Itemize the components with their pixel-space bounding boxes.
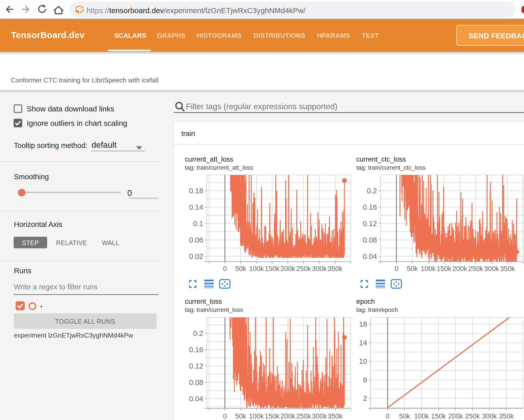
svg-text:0.12: 0.12 xyxy=(363,220,377,228)
svg-text:0.06: 0.06 xyxy=(189,236,203,244)
svg-text:50k: 50k xyxy=(235,412,246,420)
svg-text:250k: 250k xyxy=(465,412,480,420)
svg-text:200k: 200k xyxy=(448,412,463,420)
svg-text:300k: 300k xyxy=(482,412,497,420)
svg-text:18: 18 xyxy=(359,320,367,328)
svg-text:0: 0 xyxy=(223,265,227,273)
svg-text:14: 14 xyxy=(359,339,367,347)
svg-text:300k: 300k xyxy=(312,265,327,273)
svg-text:350k: 350k xyxy=(499,412,514,420)
svg-text:250k: 250k xyxy=(296,265,311,273)
svg-text:0.16: 0.16 xyxy=(363,203,377,211)
svg-text:0.08: 0.08 xyxy=(189,378,203,386)
svg-text:300k: 300k xyxy=(484,265,499,273)
svg-text:100k: 100k xyxy=(421,265,436,273)
svg-text:250k: 250k xyxy=(468,265,483,273)
svg-text:0.02: 0.02 xyxy=(189,252,203,260)
svg-text:150k: 150k xyxy=(265,265,280,273)
svg-text:150k: 150k xyxy=(436,265,451,273)
svg-text:0.04: 0.04 xyxy=(363,252,377,260)
svg-text:0.2: 0.2 xyxy=(367,187,377,195)
svg-text:350k: 350k xyxy=(328,265,343,273)
svg-text:50k: 50k xyxy=(407,265,418,273)
svg-text:300k: 300k xyxy=(312,412,327,420)
svg-text:0.08: 0.08 xyxy=(363,236,377,244)
svg-text:50k: 50k xyxy=(235,265,246,273)
svg-text:0.12: 0.12 xyxy=(189,362,203,370)
svg-text:0.18: 0.18 xyxy=(189,187,203,195)
svg-text:350k: 350k xyxy=(500,265,515,273)
svg-text:0.14: 0.14 xyxy=(189,203,203,211)
svg-text:200k: 200k xyxy=(280,265,295,273)
svg-text:150k: 150k xyxy=(265,412,280,420)
svg-text:6: 6 xyxy=(363,376,367,384)
svg-text:0.2: 0.2 xyxy=(193,329,203,337)
svg-text:350k: 350k xyxy=(328,412,343,420)
svg-text:2: 2 xyxy=(363,394,367,402)
svg-text:0: 0 xyxy=(223,412,227,420)
svg-text:250k: 250k xyxy=(296,412,311,420)
svg-text:0.16: 0.16 xyxy=(189,346,203,354)
svg-text:0.1: 0.1 xyxy=(193,220,203,228)
svg-text:200k: 200k xyxy=(452,265,467,273)
svg-text:100k: 100k xyxy=(249,265,264,273)
svg-text:0: 0 xyxy=(394,265,398,273)
svg-text:0.04: 0.04 xyxy=(189,395,203,403)
svg-text:50k: 50k xyxy=(399,412,410,420)
svg-text:150k: 150k xyxy=(431,412,446,420)
svg-text:200k: 200k xyxy=(280,412,295,420)
svg-text:0: 0 xyxy=(386,412,389,420)
svg-text:10: 10 xyxy=(359,357,367,365)
svg-text:100k: 100k xyxy=(249,412,264,420)
svg-text:100k: 100k xyxy=(414,412,429,420)
